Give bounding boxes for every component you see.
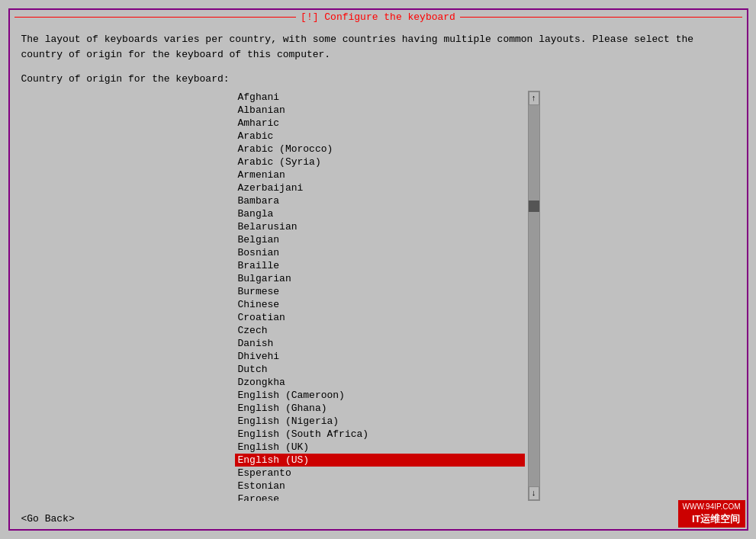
title-bar: [!] Configure the keyboard — [10, 10, 747, 24]
list-item[interactable]: Danish — [235, 337, 525, 350]
section-label: Country of origin for the keyboard: — [21, 73, 735, 85]
terminal-window: [!] Configure the keyboard The layout of… — [8, 8, 748, 531]
list-item[interactable]: Estonian — [235, 480, 525, 492]
list-item[interactable]: Czech — [235, 324, 525, 337]
watermark-line1: WWW.94IP.COM — [683, 502, 741, 512]
window-title: [!] Configure the keyboard — [301, 11, 455, 23]
scroll-down-arrow[interactable]: ↓ — [529, 486, 539, 500]
watermark: WWW.94IP.COM IT运维空间 — [678, 500, 745, 528]
main-content: The layout of keyboards varies per count… — [10, 24, 747, 509]
list-item[interactable]: Dutch — [235, 363, 525, 376]
list-item[interactable]: Arabic (Syria) — [235, 156, 525, 168]
list-container: AfghaniAlbanianAmharicArabicArabic (Moro… — [235, 91, 735, 501]
list-item[interactable]: Bulgarian — [235, 272, 525, 285]
list-item[interactable]: Albanian — [235, 104, 525, 117]
scroll-thumb — [529, 201, 539, 212]
list-item[interactable]: Armenian — [235, 168, 525, 181]
list-item[interactable]: Arabic — [235, 130, 525, 143]
list-item[interactable]: Afghani — [235, 91, 525, 104]
list-item[interactable]: Belgian — [235, 233, 525, 246]
list-item[interactable]: Dzongkha — [235, 376, 525, 389]
watermark-line2: IT运维空间 — [683, 512, 741, 526]
country-list[interactable]: AfghaniAlbanianAmharicArabicArabic (Moro… — [235, 91, 525, 501]
list-item[interactable]: English (Cameroon) — [235, 389, 525, 402]
list-item[interactable]: English (US) — [235, 454, 525, 467]
list-item[interactable]: Croatian — [235, 311, 525, 324]
description-line1: The layout of keyboards varies per count… — [21, 34, 694, 45]
description-text: The layout of keyboards varies per count… — [21, 32, 735, 62]
list-item[interactable]: Amharic — [235, 117, 525, 130]
list-item[interactable]: Azerbaijani — [235, 181, 525, 194]
list-item[interactable]: Bambara — [235, 194, 525, 207]
list-area: AfghaniAlbanianAmharicArabicArabic (Moro… — [235, 91, 525, 501]
scroll-up-arrow[interactable]: ↑ — [529, 91, 539, 105]
list-item[interactable]: Belarusian — [235, 220, 525, 233]
list-item[interactable]: English (South Africa) — [235, 428, 525, 441]
list-item[interactable]: English (Nigeria) — [235, 415, 525, 428]
list-item[interactable]: Burmese — [235, 285, 525, 298]
go-back-button[interactable]: <Go Back> — [21, 513, 75, 525]
footer: <Go Back> — [10, 509, 747, 529]
list-item[interactable]: Esperanto — [235, 467, 525, 480]
list-item[interactable]: Arabic (Morocco) — [235, 143, 525, 156]
list-item[interactable]: Chinese — [235, 298, 525, 311]
list-item[interactable]: Bosnian — [235, 246, 525, 259]
list-item[interactable]: English (UK) — [235, 441, 525, 454]
scroll-track — [529, 105, 539, 486]
list-item[interactable]: Dhivehi — [235, 350, 525, 363]
list-item[interactable]: English (Ghana) — [235, 402, 525, 415]
list-item[interactable]: Faroese — [235, 492, 525, 501]
list-item[interactable]: Braille — [235, 259, 525, 272]
description-line2: country of origin for the keyboard of th… — [21, 49, 331, 60]
list-item[interactable]: Bangla — [235, 207, 525, 220]
scrollbar[interactable]: ↑ ↓ — [528, 91, 540, 501]
